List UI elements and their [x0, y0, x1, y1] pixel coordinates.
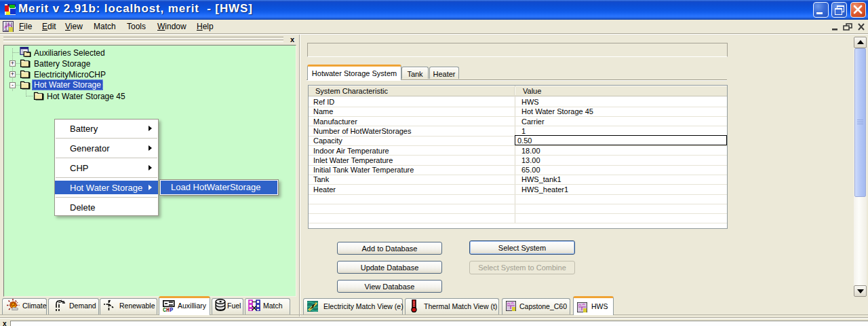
svg-text:CHP: CHP [163, 307, 173, 312]
